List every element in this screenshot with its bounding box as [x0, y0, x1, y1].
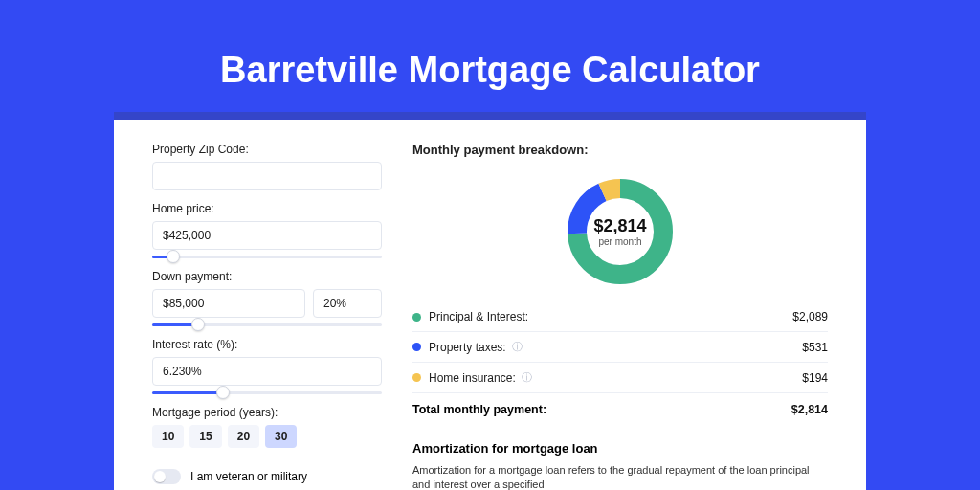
breakdown-title: Monthly payment breakdown: — [412, 143, 828, 157]
donut-sub: per month — [598, 236, 641, 247]
interest-rate-slider-fill — [152, 391, 223, 394]
zip-label: Property Zip Code: — [152, 143, 382, 156]
period-button-30[interactable]: 30 — [265, 425, 297, 448]
period-button-15[interactable]: 15 — [189, 425, 221, 448]
page-title: Barretville Mortgage Calculator — [0, 0, 980, 91]
zip-input[interactable] — [152, 162, 382, 190]
legend-row: Principal & Interest:$2,089 — [412, 302, 828, 332]
legend-label: Principal & Interest: — [429, 310, 528, 323]
home-price-slider-thumb[interactable] — [167, 250, 180, 263]
total-label: Total monthly payment: — [412, 403, 546, 416]
amortization-body: Amortization for a mortgage loan refers … — [412, 463, 828, 490]
veteran-toggle[interactable] — [152, 469, 181, 484]
down-payment-slider-thumb[interactable] — [191, 318, 205, 331]
breakdown-legend: Principal & Interest:$2,089Property taxe… — [412, 302, 828, 393]
info-icon[interactable]: ⓘ — [512, 340, 523, 354]
down-payment-input[interactable] — [152, 289, 305, 318]
interest-rate-label: Interest rate (%): — [152, 338, 382, 351]
info-icon[interactable]: ⓘ — [522, 370, 532, 385]
breakdown-panel: Monthly payment breakdown: $2,814 per mo… — [412, 143, 828, 490]
down-payment-label: Down payment: — [152, 270, 382, 283]
legend-swatch — [412, 313, 421, 322]
down-payment-slider[interactable] — [152, 323, 382, 326]
home-price-input[interactable] — [152, 221, 382, 250]
legend-swatch — [412, 373, 421, 382]
mortgage-period-group: 10152030 — [152, 425, 382, 448]
period-button-20[interactable]: 20 — [228, 425, 259, 448]
interest-rate-slider-thumb[interactable] — [216, 386, 230, 399]
mortgage-period-label: Mortgage period (years): — [152, 406, 382, 419]
veteran-label: I am veteran or military — [190, 470, 307, 483]
legend-value: $531 — [802, 341, 828, 354]
header-divider — [114, 112, 866, 120]
legend-swatch — [412, 343, 421, 351]
legend-row: Property taxes:ⓘ$531 — [412, 332, 828, 363]
total-value: $2,814 — [791, 403, 828, 416]
donut-amount: $2,814 — [593, 216, 646, 236]
home-price-label: Home price: — [152, 202, 382, 215]
amortization-title: Amortization for mortgage loan — [412, 441, 828, 456]
legend-value: $194 — [802, 371, 828, 385]
interest-rate-input[interactable] — [152, 357, 382, 386]
home-price-slider[interactable] — [152, 256, 382, 258]
payment-donut-chart: $2,814 per month — [563, 174, 678, 289]
total-row: Total monthly payment: $2,814 — [412, 393, 828, 430]
legend-label: Home insurance: — [429, 371, 516, 385]
veteran-toggle-knob — [154, 471, 166, 482]
period-button-10[interactable]: 10 — [152, 425, 184, 448]
down-payment-pct-input[interactable] — [313, 289, 382, 318]
legend-label: Property taxes: — [429, 341, 506, 354]
legend-value: $2,089 — [792, 310, 828, 323]
interest-rate-slider[interactable] — [152, 391, 382, 394]
donut-center: $2,814 per month — [563, 174, 678, 289]
calculator-card: Property Zip Code: Home price: Down paym… — [114, 120, 866, 490]
legend-row: Home insurance:ⓘ$194 — [412, 363, 828, 393]
calculator-form: Property Zip Code: Home price: Down paym… — [152, 143, 382, 490]
